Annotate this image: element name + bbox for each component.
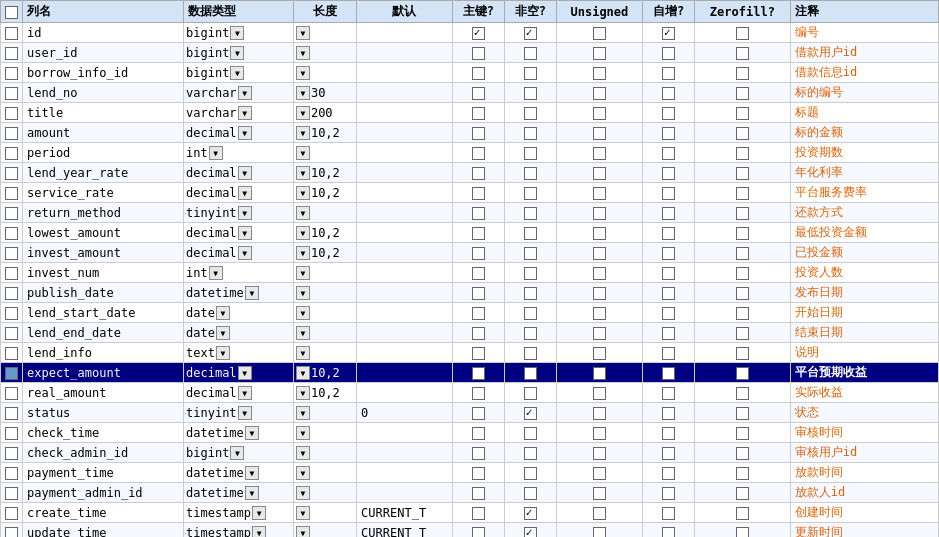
zerofill-checkbox[interactable] — [695, 363, 791, 383]
table-row[interactable]: payment_admin_iddatetime▼▼放款人id — [1, 483, 939, 503]
primary-key-checkbox[interactable] — [452, 23, 504, 43]
length-dropdown-arrow[interactable]: ▼ — [296, 186, 310, 200]
column-default[interactable] — [357, 163, 453, 183]
row-select-checkbox[interactable] — [1, 143, 23, 163]
length-dropdown-arrow[interactable]: ▼ — [296, 466, 310, 480]
primary-key-checkbox[interactable] — [452, 423, 504, 443]
column-name[interactable]: service_rate — [23, 183, 184, 203]
column-default[interactable] — [357, 463, 453, 483]
unsigned-checkbox[interactable] — [556, 183, 642, 203]
zerofill-checkbox[interactable] — [695, 263, 791, 283]
column-type[interactable]: tinyint▼ — [184, 403, 294, 423]
column-type[interactable]: decimal▼ — [184, 123, 294, 143]
column-default[interactable] — [357, 63, 453, 83]
table-row[interactable]: payment_timedatetime▼▼放款时间 — [1, 463, 939, 483]
auto-increment-checkbox[interactable] — [643, 303, 695, 323]
column-name[interactable]: lend_end_date — [23, 323, 184, 343]
column-default[interactable]: 0 — [357, 403, 453, 423]
column-length[interactable]: ▼ — [293, 323, 356, 343]
auto-increment-checkbox[interactable] — [643, 43, 695, 63]
column-length[interactable]: ▼ — [293, 443, 356, 463]
table-row[interactable]: idbigint▼▼编号 — [1, 23, 939, 43]
column-name[interactable]: check_admin_id — [23, 443, 184, 463]
length-dropdown-arrow[interactable]: ▼ — [296, 306, 310, 320]
table-row[interactable]: invest_numint▼▼投资人数 — [1, 263, 939, 283]
primary-key-checkbox[interactable] — [452, 483, 504, 503]
not-null-checkbox[interactable] — [504, 283, 556, 303]
unsigned-checkbox[interactable] — [556, 443, 642, 463]
column-name[interactable]: title — [23, 103, 184, 123]
column-length[interactable]: ▼ — [293, 523, 356, 538]
primary-key-checkbox[interactable] — [452, 343, 504, 363]
primary-key-checkbox[interactable] — [452, 403, 504, 423]
row-select-checkbox[interactable] — [1, 323, 23, 343]
primary-key-checkbox[interactable] — [452, 83, 504, 103]
zerofill-checkbox[interactable] — [695, 483, 791, 503]
column-length[interactable]: ▼10,2 — [293, 123, 356, 143]
row-select-checkbox[interactable] — [1, 463, 23, 483]
auto-increment-checkbox[interactable] — [643, 343, 695, 363]
row-select-checkbox[interactable] — [1, 83, 23, 103]
not-null-checkbox[interactable] — [504, 143, 556, 163]
not-null-checkbox[interactable] — [504, 423, 556, 443]
column-length[interactable]: ▼10,2 — [293, 363, 356, 383]
zerofill-checkbox[interactable] — [695, 243, 791, 263]
type-dropdown-arrow[interactable]: ▼ — [216, 346, 230, 360]
unsigned-checkbox[interactable] — [556, 203, 642, 223]
primary-key-checkbox[interactable] — [452, 143, 504, 163]
column-name[interactable]: lend_info — [23, 343, 184, 363]
column-default[interactable] — [357, 483, 453, 503]
table-row[interactable]: invest_amountdecimal▼▼10,2已投金额 — [1, 243, 939, 263]
unsigned-checkbox[interactable] — [556, 123, 642, 143]
type-dropdown-arrow[interactable]: ▼ — [230, 446, 244, 460]
not-null-checkbox[interactable] — [504, 363, 556, 383]
primary-key-checkbox[interactable] — [452, 243, 504, 263]
column-name[interactable]: id — [23, 23, 184, 43]
table-row[interactable]: publish_datedatetime▼▼发布日期 — [1, 283, 939, 303]
zerofill-checkbox[interactable] — [695, 523, 791, 538]
column-name[interactable]: payment_admin_id — [23, 483, 184, 503]
unsigned-checkbox[interactable] — [556, 303, 642, 323]
type-dropdown-arrow[interactable]: ▼ — [238, 86, 252, 100]
not-null-checkbox[interactable] — [504, 483, 556, 503]
auto-increment-checkbox[interactable] — [643, 503, 695, 523]
table-row[interactable]: return_methodtinyint▼▼还款方式 — [1, 203, 939, 223]
length-dropdown-arrow[interactable]: ▼ — [296, 486, 310, 500]
column-default[interactable]: CURRENT_T — [357, 503, 453, 523]
column-type[interactable]: int▼ — [184, 143, 294, 163]
column-type[interactable]: text▼ — [184, 343, 294, 363]
row-select-checkbox[interactable] — [1, 303, 23, 323]
length-dropdown-arrow[interactable]: ▼ — [296, 286, 310, 300]
row-select-checkbox[interactable] — [1, 203, 23, 223]
table-row[interactable]: check_timedatetime▼▼审核时间 — [1, 423, 939, 443]
column-type[interactable]: decimal▼ — [184, 363, 294, 383]
unsigned-checkbox[interactable] — [556, 323, 642, 343]
auto-increment-checkbox[interactable] — [643, 143, 695, 163]
row-select-checkbox[interactable] — [1, 243, 23, 263]
auto-increment-checkbox[interactable] — [643, 183, 695, 203]
length-dropdown-arrow[interactable]: ▼ — [296, 526, 310, 537]
length-dropdown-arrow[interactable]: ▼ — [296, 346, 310, 360]
length-dropdown-arrow[interactable]: ▼ — [296, 426, 310, 440]
column-default[interactable] — [357, 443, 453, 463]
length-dropdown-arrow[interactable]: ▼ — [296, 246, 310, 260]
column-default[interactable] — [357, 263, 453, 283]
column-default[interactable]: CURRENT_T — [357, 523, 453, 538]
not-null-checkbox[interactable] — [504, 43, 556, 63]
zerofill-checkbox[interactable] — [695, 163, 791, 183]
auto-increment-checkbox[interactable] — [643, 463, 695, 483]
unsigned-checkbox[interactable] — [556, 63, 642, 83]
type-dropdown-arrow[interactable]: ▼ — [230, 66, 244, 80]
column-length[interactable]: ▼ — [293, 503, 356, 523]
column-default[interactable] — [357, 223, 453, 243]
column-type[interactable]: bigint▼ — [184, 43, 294, 63]
column-type[interactable]: bigint▼ — [184, 63, 294, 83]
column-default[interactable] — [357, 123, 453, 143]
row-select-checkbox[interactable] — [1, 223, 23, 243]
column-type[interactable]: bigint▼ — [184, 443, 294, 463]
column-default[interactable] — [357, 363, 453, 383]
type-dropdown-arrow[interactable]: ▼ — [245, 426, 259, 440]
table-row[interactable]: amountdecimal▼▼10,2标的金额 — [1, 123, 939, 143]
not-null-checkbox[interactable] — [504, 23, 556, 43]
column-name[interactable]: invest_num — [23, 263, 184, 283]
